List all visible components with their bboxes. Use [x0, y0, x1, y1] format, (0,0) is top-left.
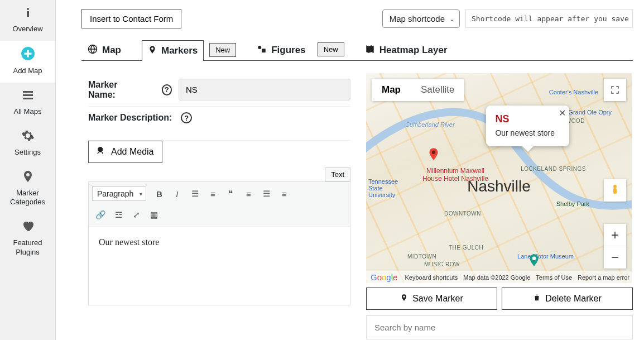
- figures-new-button[interactable]: New: [318, 42, 344, 56]
- map-area: DOWNTOWN: [444, 210, 481, 217]
- svg-point-10: [432, 151, 436, 155]
- pegman-button[interactable]: [604, 179, 626, 202]
- svg-point-12: [613, 185, 617, 188]
- tab-label: Markers: [161, 45, 198, 56]
- map-footer-data: Map data ©2022 Google: [463, 274, 530, 281]
- save-marker-label: Save Marker: [412, 294, 463, 304]
- italic-button[interactable]: I: [169, 185, 185, 202]
- map-footer-kb[interactable]: Keyboard shortcuts: [405, 274, 458, 281]
- fullscreen-button[interactable]: [604, 79, 626, 101]
- format-select[interactable]: Paragraph: [92, 186, 146, 201]
- map-canvas[interactable]: Cooter's Nashville Grand Ole Opry INGLEW…: [366, 73, 632, 283]
- link-button[interactable]: 🔗: [92, 207, 109, 223]
- map-footer-report[interactable]: Report a map error: [578, 274, 629, 281]
- pin-icon: [21, 170, 35, 186]
- sidebar-item-label: Featured Plugins: [3, 238, 52, 257]
- map-type-satellite[interactable]: Satellite: [411, 79, 464, 101]
- map-poi: Lane Motor Museum: [517, 253, 574, 260]
- sidebar-item-add-map[interactable]: Add Map: [0, 41, 55, 83]
- heatmap-icon: [365, 44, 375, 56]
- sidebar-item-label: Marker Categories: [3, 189, 52, 208]
- marker-name-row: Marker Name: ?: [88, 73, 350, 107]
- sidebar-item-overview[interactable]: Overview: [0, 0, 55, 41]
- tab-figures[interactable]: Figures: [251, 39, 311, 61]
- sidebar: Overview Add Map All Maps Settings Marke…: [0, 0, 56, 340]
- help-icon[interactable]: ?: [181, 112, 192, 123]
- zoom-out-button[interactable]: −: [604, 246, 626, 269]
- marker-desc-row: Marker Description: ?: [88, 107, 350, 141]
- marker-desc-label: Marker Description:: [88, 113, 172, 123]
- bullet-list-button[interactable]: ☰: [186, 185, 203, 202]
- pin-icon: [148, 45, 157, 56]
- editor-text-tab[interactable]: Text: [325, 167, 350, 181]
- map-pin-icon: [426, 147, 441, 161]
- svg-rect-1: [27, 11, 29, 17]
- map-pin-icon: [527, 253, 541, 267]
- sidebar-item-label: Settings: [15, 148, 41, 157]
- fullscreen-button[interactable]: ⤢: [128, 207, 145, 223]
- align-left-button[interactable]: ≡: [240, 185, 257, 202]
- search-marker-input[interactable]: [366, 315, 633, 339]
- close-icon[interactable]: ✕: [559, 108, 566, 118]
- svg-rect-3: [23, 91, 33, 93]
- help-icon[interactable]: ?: [162, 84, 172, 95]
- delete-marker-button[interactable]: Delete Marker: [502, 288, 633, 310]
- info-window-title: NS: [495, 113, 555, 125]
- sidebar-item-settings[interactable]: Settings: [0, 123, 55, 164]
- tab-markers[interactable]: Markers: [142, 40, 204, 61]
- heart-icon: [21, 219, 35, 236]
- editor-content[interactable]: Our newest store: [88, 227, 350, 305]
- list-icon: [21, 88, 35, 105]
- tab-map[interactable]: Map: [81, 39, 127, 61]
- svg-rect-8: [262, 49, 266, 52]
- quote-button[interactable]: ❝: [222, 185, 239, 202]
- align-right-button[interactable]: ≡: [276, 185, 292, 202]
- map-type-control: Map Satellite: [372, 79, 464, 101]
- svg-point-11: [532, 257, 536, 261]
- sidebar-item-label: Add Map: [13, 66, 42, 76]
- svg-point-0: [27, 8, 29, 10]
- sidebar-item-all-maps[interactable]: All Maps: [0, 83, 55, 123]
- map-footer-terms[interactable]: Terms of Use: [536, 274, 572, 281]
- gear-icon: [21, 129, 35, 146]
- marker-name-label: Marker Name:: [88, 80, 142, 100]
- map-type-map[interactable]: Map: [372, 79, 411, 101]
- shortcode-select[interactable]: Map shortcode ⌄: [382, 9, 460, 28]
- align-center-button[interactable]: ☰: [258, 185, 275, 202]
- tab-label: Map: [102, 45, 121, 56]
- map-footer: Google Keyboard shortcuts Map data ©2022…: [366, 271, 632, 283]
- insert-more-button[interactable]: ☲: [110, 207, 127, 223]
- shortcode-output: Shortcode will appear after you save m: [465, 9, 633, 28]
- marker-name-input[interactable]: [179, 79, 350, 100]
- add-media-button[interactable]: Add Media: [88, 141, 162, 163]
- tab-label: Heatmap Layer: [379, 45, 448, 56]
- map-poi: Shelby Park: [556, 200, 589, 207]
- sidebar-item-featured-plugins[interactable]: Featured Plugins: [0, 214, 55, 264]
- map-poi: Tennessee State University: [368, 178, 407, 198]
- map-area: LOCKELAND SPRINGS: [521, 166, 586, 172]
- tab-heatmap[interactable]: Heatmap Layer: [359, 39, 454, 61]
- top-bar: Insert to Contact Form Map shortcode ⌄ S…: [81, 9, 633, 28]
- number-list-button[interactable]: ≡: [204, 185, 221, 202]
- globe-icon: [88, 44, 98, 56]
- save-marker-button[interactable]: Save Marker: [366, 288, 497, 310]
- toolbar-toggle-button[interactable]: ▦: [146, 207, 162, 223]
- info-window-desc: Our newest store: [495, 128, 555, 137]
- plus-circle-icon: [21, 46, 35, 64]
- info-icon: [21, 6, 35, 22]
- map-poi: Cooter's Nashville: [549, 89, 598, 95]
- info-window: ✕ NS Our newest store: [486, 106, 569, 146]
- shortcode-select-label: Map shortcode: [390, 14, 445, 23]
- tabs: Map Markers New Figures New Heatmap Laye…: [81, 39, 633, 61]
- sidebar-item-marker-categories[interactable]: Marker Categories: [0, 164, 55, 214]
- delete-marker-label: Delete Marker: [545, 294, 601, 304]
- zoom-control: + −: [604, 224, 626, 269]
- editor-toolbar: Paragraph B I ☰ ≡ ❝ ≡ ☰ ≡ 🔗 ☲ ⤢ ▦: [88, 181, 350, 227]
- svg-rect-4: [23, 94, 33, 96]
- markers-new-button[interactable]: New: [209, 43, 236, 57]
- insert-contact-form-button[interactable]: Insert to Contact Form: [81, 9, 181, 28]
- svg-point-7: [258, 46, 261, 49]
- map-area: MUSIC ROW: [424, 261, 460, 267]
- bold-button[interactable]: B: [151, 185, 167, 202]
- zoom-in-button[interactable]: +: [604, 224, 626, 246]
